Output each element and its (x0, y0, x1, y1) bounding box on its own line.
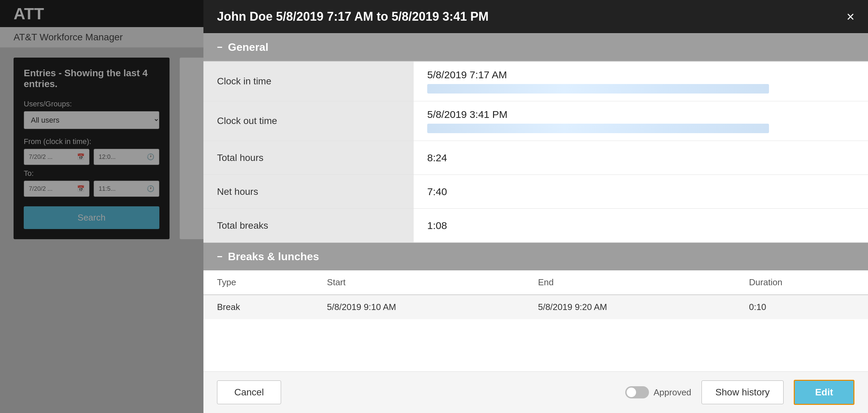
general-section-title: General (228, 41, 268, 54)
col-type: Type (203, 270, 313, 295)
approved-label: Approved (654, 387, 691, 398)
breaks-table-body: Break 5/8/2019 9:10 AM 5/8/2019 9:20 AM … (203, 295, 868, 319)
table-row: Break 5/8/2019 9:10 AM 5/8/2019 9:20 AM … (203, 295, 868, 319)
clock-out-row: Clock out time 5/8/2019 3:41 PM (203, 101, 868, 141)
clock-in-row: Clock in time 5/8/2019 7:17 AM (203, 62, 868, 101)
modal-header: John Doe 5/8/2019 7:17 AM to 5/8/2019 3:… (203, 0, 868, 33)
clock-in-time: 5/8/2019 7:17 AM (427, 69, 854, 81)
approved-toggle: Approved (625, 386, 691, 398)
clock-out-time: 5/8/2019 3:41 PM (427, 109, 854, 120)
breaks-table-header: Type Start End Duration (203, 270, 868, 295)
clock-out-label: Clock out time (203, 101, 414, 141)
clock-in-value: 5/8/2019 7:17 AM (414, 62, 868, 101)
total-hours-label: Total hours (203, 141, 414, 174)
total-breaks-row: Total breaks 1:08 (203, 209, 868, 243)
modal-title: John Doe 5/8/2019 7:17 AM to 5/8/2019 3:… (217, 9, 489, 24)
clock-out-value: 5/8/2019 3:41 PM (414, 101, 868, 141)
col-duration: Duration (735, 270, 868, 295)
total-breaks-label: Total breaks (203, 209, 414, 242)
close-button[interactable]: × (847, 10, 854, 23)
cancel-button[interactable]: Cancel (217, 380, 281, 404)
approved-toggle-switch[interactable] (625, 386, 649, 398)
total-breaks-value: 1:08 (414, 209, 868, 242)
break-duration: 0:10 (735, 295, 868, 319)
net-hours-time: 7:40 (427, 186, 854, 198)
footer-right: Approved Show history Edit (625, 380, 855, 405)
modal-dialog: John Doe 5/8/2019 7:17 AM to 5/8/2019 3:… (203, 0, 868, 413)
total-hours-row: Total hours 8:24 (203, 141, 868, 175)
modal-footer: Cancel Approved Show history Edit (203, 371, 868, 413)
total-breaks-time: 1:08 (427, 220, 854, 231)
break-start: 5/8/2019 9:10 AM (313, 295, 524, 319)
total-hours-time: 8:24 (427, 152, 854, 164)
breaks-table: Type Start End Duration Break 5/8/2019 9… (203, 270, 868, 319)
modal-body[interactable]: − General Clock in time 5/8/2019 7:17 AM… (203, 33, 868, 371)
total-hours-value: 8:24 (414, 141, 868, 174)
clock-out-blurred (427, 124, 769, 133)
breaks-collapse-icon[interactable]: − (217, 251, 222, 262)
clock-in-label: Clock in time (203, 62, 414, 101)
show-history-button[interactable]: Show history (702, 380, 784, 404)
clock-in-blurred (427, 84, 769, 94)
break-end: 5/8/2019 9:20 AM (525, 295, 735, 319)
net-hours-label: Net hours (203, 175, 414, 208)
edit-button[interactable]: Edit (794, 380, 854, 405)
general-section-header: − General (203, 33, 868, 61)
net-hours-row: Net hours 7:40 (203, 175, 868, 209)
break-type: Break (203, 295, 313, 319)
col-start: Start (313, 270, 524, 295)
net-hours-value: 7:40 (414, 175, 868, 208)
breaks-section-title: Breaks & lunches (228, 250, 319, 263)
col-end: End (525, 270, 735, 295)
general-collapse-icon[interactable]: − (217, 42, 222, 53)
breaks-section-header: − Breaks & lunches (203, 243, 868, 270)
